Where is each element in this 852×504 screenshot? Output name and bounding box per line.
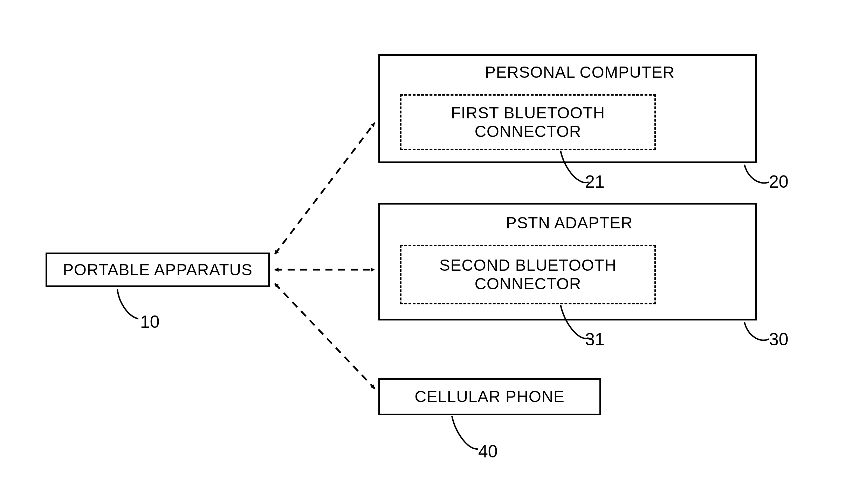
second-bluetooth-connector-label: SECOND BLUETOOTH CONNECTOR [439,256,617,293]
ref-40: 40 [478,441,498,462]
link-portable-cell [275,284,375,389]
first-bluetooth-connector-block: FIRST BLUETOOTH CONNECTOR [400,94,656,150]
ref-20: 20 [769,172,789,192]
link-portable-pc [275,123,375,254]
diagram-canvas: PORTABLE APPARATUS PERSONAL COMPUTER FIR… [0,0,852,504]
cellular-phone-block: CELLULAR PHONE [378,378,601,415]
second-bluetooth-connector-block: SECOND BLUETOOTH CONNECTOR [400,245,656,304]
first-bluetooth-connector-label: FIRST BLUETOOTH CONNECTOR [451,104,605,141]
ref-21: 21 [585,172,605,192]
leader-20 [744,165,769,183]
leader-10 [117,289,138,319]
cellular-phone-label: CELLULAR PHONE [414,387,564,406]
ref-31: 31 [585,329,605,350]
leader-30 [744,322,769,340]
pstn-adapter-block: PSTN ADAPTER SECOND BLUETOOTH CONNECTOR [378,203,757,320]
pstn-adapter-title: PSTN ADAPTER [506,213,633,232]
portable-apparatus-block: PORTABLE APPARATUS [46,253,270,287]
ref-30: 30 [769,329,789,350]
leader-40 [452,416,478,449]
portable-apparatus-label: PORTABLE APPARATUS [63,261,252,279]
ref-10: 10 [140,312,160,332]
personal-computer-block: PERSONAL COMPUTER FIRST BLUETOOTH CONNEC… [378,54,757,163]
personal-computer-title: PERSONAL COMPUTER [485,63,675,82]
